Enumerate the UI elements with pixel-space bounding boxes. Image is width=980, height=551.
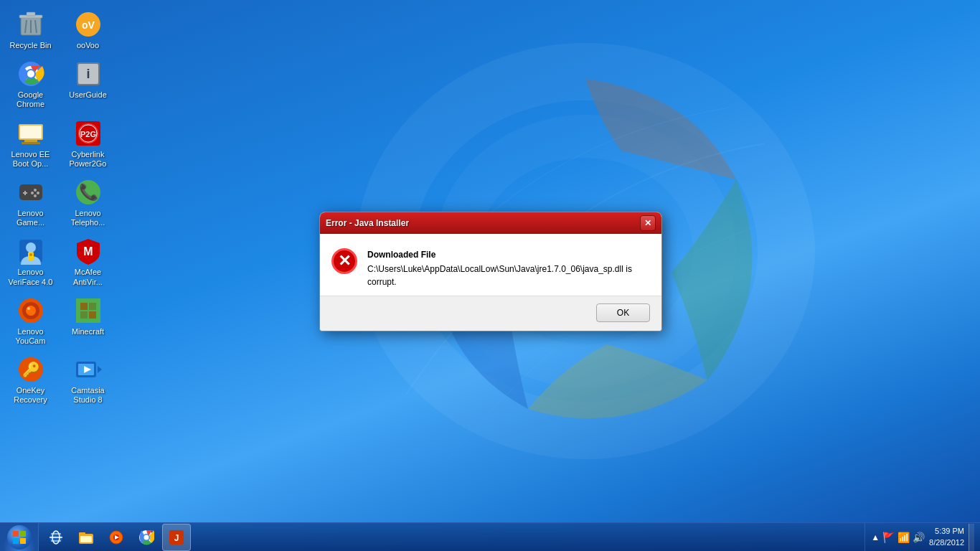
desktop-icon-cyberlink[interactable]: P2G Cyberlink Power2Go	[61, 116, 115, 171]
icon-row-2: Google Chrome i UserGuide	[4, 57, 115, 112]
taskbar-icon-explorer[interactable]	[72, 524, 100, 551]
clock-time: 5:39 PM	[929, 526, 964, 537]
system-tray: ▲ 🚩 📶 🔊	[871, 532, 925, 543]
taskbar: J ▲ 🚩 📶 🔊 5:39 PM 8/28/2012	[0, 522, 980, 551]
desktop-icon-lenovo-ee[interactable]: Lenovo EE Boot Op...	[4, 116, 57, 171]
svg-rect-21	[22, 142, 40, 144]
svg-text:M: M	[83, 245, 93, 258]
svg-rect-45	[80, 303, 88, 310]
lenovo-game-label: Lenovo Game...	[6, 209, 55, 227]
onekey-label: OneKey Recovery	[6, 386, 55, 405]
recycle-bin-icon	[17, 10, 45, 39]
recycle-bin-label: Recycle Bin	[9, 41, 51, 50]
desktop-icon-minecraft[interactable]: Minecraft	[61, 293, 115, 349]
svg-point-29	[34, 194, 37, 197]
chrome-label: Google Chrome	[6, 90, 55, 109]
onekey-icon: 🔑	[17, 355, 45, 384]
lenovo-ee-icon	[17, 119, 45, 148]
dialog-titlebar: Error - Java Installer ✕	[320, 212, 661, 234]
java-error-dialog: Error - Java Installer ✕ ✕ Downloaded Fi…	[319, 212, 662, 331]
lenovo-game-icon	[17, 178, 45, 207]
lenovo-tele-icon: 📞	[74, 178, 103, 207]
lenovo-tele-label: Lenovo Telepho...	[64, 209, 112, 227]
chrome-icon	[17, 60, 45, 88]
dialog-message-body: C:\Users\Luke\AppData\LocalLow\Sun\Java\…	[367, 263, 650, 288]
svg-rect-32	[24, 191, 26, 195]
camtasia-icon	[74, 355, 103, 384]
tray-expand[interactable]: ▲	[871, 532, 880, 542]
dialog-body: ✕ Downloaded File C:\Users\Luke\AppData\…	[320, 234, 661, 296]
svg-rect-48	[89, 311, 96, 319]
svg-point-30	[31, 192, 34, 194]
svg-rect-57	[13, 538, 19, 544]
desktop-icons: Recycle Bin oV ooVoo	[4, 7, 115, 408]
tray-volume-icon: 🔊	[913, 532, 925, 543]
svg-rect-47	[80, 311, 88, 319]
youcam-icon	[17, 296, 45, 325]
svg-point-72	[144, 534, 149, 540]
veriface-icon	[17, 237, 45, 265]
svg-marker-52	[98, 366, 102, 373]
desktop-icon-mcafee[interactable]: M McAfee AntiVir...	[61, 234, 115, 289]
dialog-title: Error - Java Installer	[326, 218, 409, 228]
minecraft-label: Minecraft	[72, 327, 104, 336]
mcafee-label: McAfee AntiVir...	[64, 268, 112, 286]
taskbar-items: J	[39, 524, 864, 551]
svg-text:J: J	[174, 533, 179, 543]
svg-point-28	[37, 192, 39, 194]
camtasia-label: Camtasia Studio 8	[64, 386, 112, 405]
desktop-icon-onekey[interactable]: 🔑 OneKey Recovery	[4, 352, 57, 408]
cyberlink-icon: P2G	[74, 119, 103, 148]
windows-logo-icon	[12, 530, 27, 545]
start-button[interactable]	[0, 523, 39, 552]
taskbar-icon-media[interactable]	[102, 524, 131, 551]
svg-text:🔑: 🔑	[22, 361, 39, 378]
lenovo-ee-label: Lenovo EE Boot Op...	[6, 150, 55, 169]
userguide-label: UserGuide	[69, 90, 107, 100]
desktop-icon-lenovo-tele[interactable]: 📞 Lenovo Telepho...	[61, 175, 115, 230]
desktop-icon-chrome[interactable]: Google Chrome	[4, 57, 57, 112]
svg-rect-66	[80, 536, 92, 542]
icon-row-3: Lenovo EE Boot Op... P2G Cyberlink Power…	[4, 116, 115, 171]
desktop-icon-youcam[interactable]: Lenovo YouCam	[4, 293, 57, 349]
mcafee-icon: M	[74, 237, 103, 265]
cyberlink-label: Cyberlink Power2Go	[64, 150, 112, 169]
svg-text:oV: oV	[82, 19, 95, 31]
desktop-icon-camtasia[interactable]: Camtasia Studio 8	[61, 352, 115, 408]
icon-row-1: Recycle Bin oV ooVoo	[4, 7, 115, 53]
taskbar-icon-java[interactable]: J	[162, 524, 191, 551]
start-orb	[7, 525, 32, 550]
desktop-icon-veriface[interactable]: Lenovo VeriFace 4.0	[4, 234, 57, 289]
svg-rect-56	[20, 531, 26, 537]
taskbar-right: ▲ 🚩 📶 🔊 5:39 PM 8/28/2012	[864, 523, 980, 551]
minecraft-icon	[74, 296, 103, 325]
oovoo-label: ooVoo	[77, 41, 99, 50]
icon-row-7: 🔑 OneKey Recovery Camtasia Studio 8	[4, 352, 115, 408]
taskbar-icon-ie[interactable]	[42, 524, 70, 551]
java-icon: J	[169, 529, 184, 545]
desktop-icon-recycle-bin[interactable]: Recycle Bin	[4, 7, 57, 53]
svg-point-42	[26, 306, 36, 316]
show-desktop-button[interactable]	[969, 524, 974, 551]
desktop-icon-lenovo-game[interactable]: Lenovo Game...	[4, 175, 57, 230]
desktop-icon-oovoo[interactable]: oV ooVoo	[61, 7, 115, 53]
svg-rect-5	[27, 12, 35, 16]
desktop-icon-userguide[interactable]: i UserGuide	[61, 57, 115, 112]
tray-flag-icon: 🚩	[882, 532, 895, 543]
svg-point-38	[29, 253, 32, 256]
dialog-footer: OK	[320, 296, 661, 331]
dialog-message-title: Downloaded File	[367, 248, 650, 261]
veriface-label: Lenovo VeriFace 4.0	[6, 268, 55, 286]
dialog-message: Downloaded File C:\Users\Luke\AppData\Lo…	[367, 248, 650, 288]
icon-row-4: Lenovo Game... 📞 Lenovo Telepho...	[4, 175, 115, 230]
ie-icon	[48, 529, 64, 545]
taskbar-icon-chrome[interactable]	[132, 524, 161, 551]
svg-text:i: i	[86, 67, 90, 81]
svg-text:P2G: P2G	[80, 130, 95, 138]
svg-point-27	[34, 189, 37, 192]
dialog-close-button[interactable]: ✕	[640, 215, 656, 231]
userguide-icon: i	[74, 60, 103, 88]
svg-rect-55	[13, 531, 19, 537]
clock[interactable]: 5:39 PM 8/28/2012	[929, 526, 964, 548]
dialog-ok-button[interactable]: OK	[596, 303, 650, 322]
